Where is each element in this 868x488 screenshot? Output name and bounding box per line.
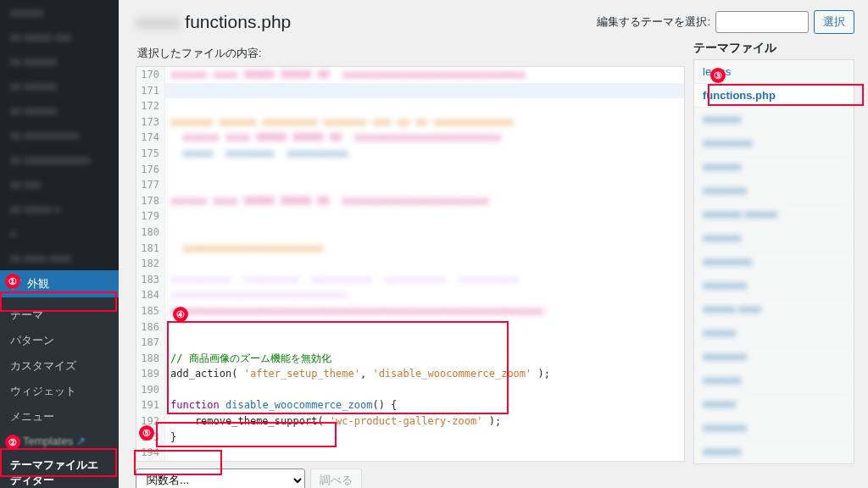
admin-sidebar: xxxxxx xx xxxxx xxx xx xxxxxx xx xxxxxx …	[0, 0, 119, 488]
file-item[interactable]: xxxxxxxxx	[694, 131, 854, 155]
file-item[interactable]: xxxxxxx	[694, 369, 854, 392]
file-content-label: 選択したファイルの内容:	[137, 46, 685, 61]
sidebar-item-blurred[interactable]: xx xxxx xxxx	[0, 246, 119, 270]
file-item[interactable]: xxxxxxxx	[694, 345, 854, 369]
file-item[interactable]: xxxxxxxx	[694, 274, 854, 297]
code-line[interactable]: 187	[136, 335, 684, 351]
function-lookup-select[interactable]: 関数名...	[136, 469, 305, 488]
select-button[interactable]: 選択	[814, 10, 854, 34]
code-line[interactable]: 179	[136, 208, 684, 225]
file-item[interactable]: xxxxxxxxx	[694, 250, 854, 274]
code-line[interactable]: 189add_action( 'after_setup_theme', 'dis…	[136, 366, 684, 382]
file-item[interactable]: le.css	[694, 60, 854, 84]
file-item[interactable]: xxxxxx	[694, 321, 854, 345]
theme-files-title: テーマファイル	[693, 41, 854, 56]
file-item[interactable]: xxxxxxx	[694, 226, 854, 250]
submenu-widgets[interactable]: ウィジェット	[0, 379, 119, 404]
submenu-customize[interactable]: カスタマイズ	[0, 353, 119, 379]
file-item[interactable]: xxxxxxx xxxxxx	[694, 202, 854, 226]
code-line[interactable]: 194	[136, 445, 684, 461]
code-editor[interactable]: 170xxxxxx xxxx XXXXX XXXXX XX xxxxxxxxxx…	[136, 66, 685, 462]
sidebar-item-appearance[interactable]: 外観	[0, 270, 119, 297]
code-line[interactable]: 188// 商品画像のズーム機能を無効化	[136, 351, 684, 367]
file-item[interactable]: xxxxxxx	[694, 155, 854, 179]
sidebar-item-blurred[interactable]: xx xxxxxx	[0, 74, 119, 98]
theme-select-label: 編集するテーマを選択:	[597, 14, 710, 30]
code-line[interactable]: 184xxxxxxxxxxxxxxxxxxxxxxxxxxxxx	[136, 287, 684, 303]
submenu-themes[interactable]: テーマ	[0, 302, 119, 328]
file-item[interactable]: xxxxxxxx	[694, 416, 854, 440]
file-item[interactable]: xxxxxx	[694, 392, 854, 416]
sidebar-item-label: 外観	[27, 276, 49, 291]
sidebar-item-blurred[interactable]: xx xxxxx xxx	[0, 25, 119, 49]
code-line[interactable]: 171	[136, 83, 684, 99]
sidebar-item-blurred[interactable]: xx xxxxxx	[0, 98, 119, 123]
code-line[interactable]: 174 xxxxxx xxxx XXXXX XXXXX XX xxxxxxxxx…	[136, 130, 684, 146]
code-line[interactable]: 193}	[136, 430, 684, 446]
code-line[interactable]: 178xxxxxx xxxx XXXXX XXXXX XX xxxxxxxxxx…	[136, 193, 684, 209]
submenu-theme-editor[interactable]: テーマファイルエディター	[0, 452, 119, 488]
file-item[interactable]: xxxxxxx	[694, 440, 854, 463]
file-item-active[interactable]: functions.php	[694, 84, 854, 108]
main-content: xxxxx functions.php 編集するテーマを選択: 選択 選択したフ…	[119, 0, 868, 488]
page-header: xxxxx functions.php 編集するテーマを選択: 選択	[136, 10, 854, 34]
sidebar-item-blurred[interactable]: xx xxxxx x	[0, 197, 119, 221]
sidebar-item-blurred[interactable]: xxxxxx	[0, 0, 119, 25]
code-line[interactable]: 190	[136, 382, 684, 398]
page-title: xxxxx functions.php	[136, 12, 291, 32]
code-line[interactable]: 186	[136, 319, 684, 336]
code-line[interactable]: 185xxxxxxxxxxxxxxxxxxxxxxxxxxxxxxxxxxxxx…	[136, 303, 684, 319]
code-line[interactable]: 182	[136, 256, 684, 272]
code-line[interactable]: 183xxxxxxxxxx xxxxxxxxx xxxxxxxxxx xxxxx…	[136, 272, 684, 288]
theme-files-list: le.cssfunctions.phpxxxxxxxxxxxxxxxxxxxxx…	[693, 59, 854, 464]
theme-select-dropdown[interactable]	[715, 11, 809, 33]
submenu-patterns[interactable]: パターン	[0, 328, 119, 353]
file-item[interactable]: xxxxxx xxxx	[694, 297, 854, 321]
code-line[interactable]: 180	[136, 225, 684, 241]
lookup-button[interactable]: 調べる	[310, 469, 362, 488]
file-item[interactable]: xxxxxxx	[694, 108, 854, 131]
code-line[interactable]: 181 xxxxxxxxxxxxxxxxxxxxxxx	[136, 241, 684, 257]
submenu-templates[interactable]: er Templates ↗	[0, 430, 119, 452]
sidebar-item-blurred[interactable]: xx xxxxxxxxxxxx	[0, 147, 119, 172]
theme-selector: 編集するテーマを選択: 選択	[597, 10, 854, 34]
sidebar-submenu: テーマ パターン カスタマイズ ウィジェット メニュー er Templates…	[0, 297, 119, 488]
code-line[interactable]: 172	[136, 98, 684, 114]
sidebar-item-blurred[interactable]: xx xxxxxxxxxx	[0, 123, 119, 147]
code-line[interactable]: 175 xxxxx xxxxxxxx xxxxxxxxxx	[136, 146, 684, 162]
paintbrush-icon	[10, 278, 22, 290]
code-line[interactable]: 170xxxxxx xxxx XXXXX XXXXX XX xxxxxxxxxx…	[136, 67, 684, 83]
code-line[interactable]: 191function disable_woocommerce_zoom() {	[136, 397, 684, 413]
code-line[interactable]: 192 remove_theme_support( 'wc-product-ga…	[136, 413, 684, 430]
function-lookup: 関数名... 調べる	[136, 469, 685, 488]
sidebar-item-blurred[interactable]: xx xxx	[0, 172, 119, 197]
sidebar-item-blurred[interactable]: xx xxxxxx	[0, 49, 119, 74]
file-item[interactable]: xxxxxxxx	[694, 179, 854, 202]
submenu-menus[interactable]: メニュー	[0, 404, 119, 430]
code-line[interactable]: 177	[136, 177, 684, 193]
sidebar-item-blurred[interactable]: x	[0, 221, 119, 246]
code-line[interactable]: 173xxxxxxx xxxxxx xxxxxxxxx xxxxxxx xxx …	[136, 114, 684, 130]
code-line[interactable]: 176	[136, 162, 684, 178]
